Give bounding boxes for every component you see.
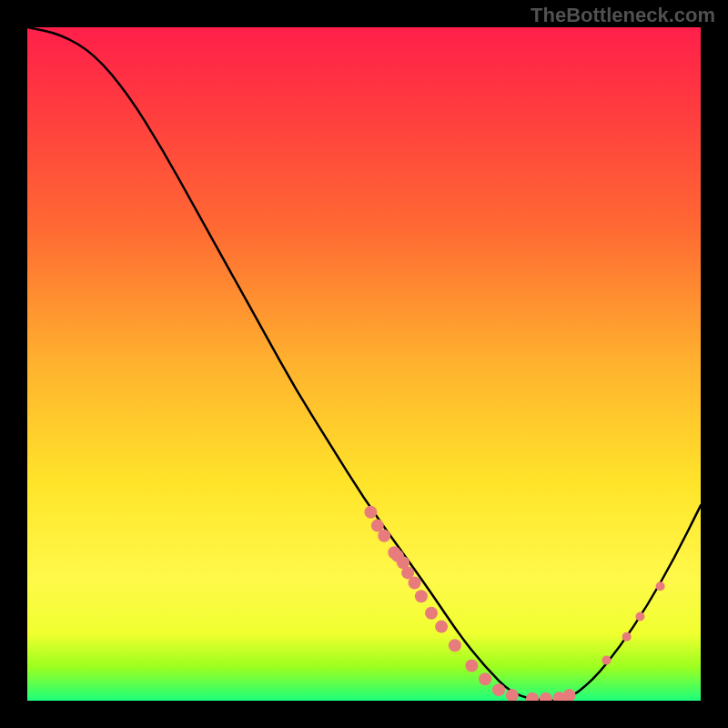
data-point bbox=[415, 590, 428, 602]
data-point bbox=[449, 639, 461, 652]
data-point bbox=[425, 607, 438, 620]
data-point bbox=[479, 672, 491, 685]
data-point bbox=[409, 577, 421, 590]
plot-area bbox=[27, 27, 701, 701]
data-point bbox=[435, 621, 448, 633]
watermark-text: TheBottleneck.com bbox=[531, 4, 715, 27]
data-point bbox=[635, 612, 644, 622]
bottleneck-curve bbox=[27, 27, 701, 701]
data-point bbox=[656, 581, 665, 591]
chart-container: TheBottleneck.com bbox=[0, 0, 728, 728]
data-point bbox=[622, 632, 632, 642]
data-point bbox=[563, 689, 576, 701]
data-point bbox=[506, 689, 519, 701]
curve-svg bbox=[27, 27, 701, 701]
data-point bbox=[465, 660, 478, 672]
data-point bbox=[364, 506, 377, 519]
data-point bbox=[602, 656, 611, 665]
data-point bbox=[526, 693, 539, 701]
data-point bbox=[378, 530, 390, 542]
data-point bbox=[540, 693, 552, 701]
data-point bbox=[492, 683, 505, 696]
